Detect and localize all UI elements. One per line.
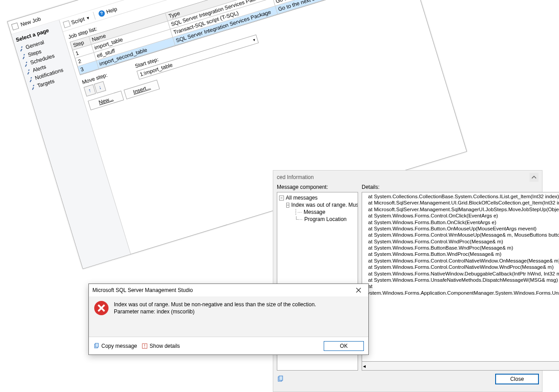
tree-program-location[interactable]: Program Location bbox=[305, 216, 347, 222]
move-up-button[interactable]: ↑ bbox=[83, 84, 96, 96]
chevron-up-icon bbox=[531, 174, 537, 180]
details-label: Details: bbox=[362, 184, 559, 190]
svg-text:!: ! bbox=[144, 343, 146, 348]
wrench-icon bbox=[21, 53, 27, 60]
svg-rect-9 bbox=[95, 343, 98, 347]
help-icon: ? bbox=[98, 9, 105, 17]
wrench-icon bbox=[18, 46, 25, 52]
wrench-icon bbox=[23, 61, 29, 67]
script-icon bbox=[63, 20, 71, 28]
error-text: Index was out of range. Must be non-nega… bbox=[114, 301, 316, 315]
advanced-info-title: ced Information bbox=[277, 174, 314, 180]
copy-icon[interactable] bbox=[277, 375, 284, 383]
error-dialog: Microsoft SQL Server Management Studio I… bbox=[88, 284, 369, 355]
tree-message[interactable]: Message bbox=[304, 209, 325, 215]
show-details-link[interactable]: ! Show details bbox=[142, 343, 180, 349]
error-icon bbox=[94, 301, 108, 315]
details-icon: ! bbox=[142, 343, 148, 349]
move-down-button[interactable]: ↓ bbox=[94, 81, 106, 93]
error-dialog-title: Microsoft SQL Server Management Studio bbox=[92, 287, 193, 293]
advanced-info-panel: ced Information Message component: −All … bbox=[273, 170, 542, 392]
copy-icon bbox=[93, 343, 100, 349]
details-scrollbar[interactable]: ◂ ▸ bbox=[362, 362, 559, 371]
svg-rect-5 bbox=[279, 376, 283, 380]
copy-message-link[interactable]: Copy message bbox=[93, 343, 137, 349]
scroll-left-icon[interactable]: ◂ bbox=[363, 363, 366, 369]
ok-button[interactable]: OK bbox=[324, 341, 364, 351]
app-icon bbox=[11, 22, 19, 30]
wrench-icon bbox=[25, 68, 32, 75]
close-icon bbox=[356, 288, 361, 293]
wrench-icon bbox=[28, 76, 34, 83]
help-link[interactable]: Help bbox=[105, 6, 118, 15]
close-button[interactable]: Close bbox=[496, 374, 538, 384]
details-textbox[interactable]: at System.Collections.CollectionBase.Sys… bbox=[362, 192, 559, 362]
message-component-label: Message component: bbox=[277, 184, 358, 190]
wrench-icon bbox=[30, 84, 37, 91]
collapse-button[interactable] bbox=[530, 173, 538, 182]
close-button[interactable] bbox=[352, 286, 365, 295]
collapse-icon[interactable]: − bbox=[279, 196, 284, 200]
collapse-icon[interactable]: − bbox=[286, 203, 289, 208]
